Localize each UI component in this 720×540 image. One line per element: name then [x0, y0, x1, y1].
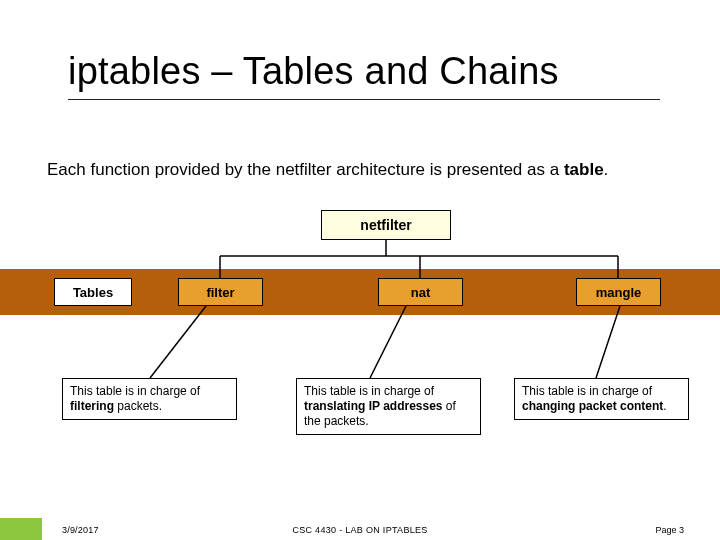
- subtitle-part1: Each function provided by the netfilter …: [47, 160, 564, 179]
- title-rule: [68, 99, 660, 100]
- footer-center: CSC 4430 - LAB ON IPTABLES: [0, 525, 720, 535]
- node-nat: nat: [378, 278, 463, 306]
- desc-mangle: This table is in charge of changing pack…: [514, 378, 689, 420]
- netfilter-box: netfilter: [321, 210, 451, 240]
- desc-filter-before: This table is in charge of: [70, 384, 200, 398]
- footer: 3/9/2017 CSC 4430 - LAB ON IPTABLES Page…: [0, 518, 720, 540]
- desc-mangle-before: This table is in charge of: [522, 384, 652, 398]
- footer-page: Page 3: [655, 525, 684, 535]
- desc-filter-after: packets.: [114, 399, 162, 413]
- page-title: iptables – Tables and Chains: [68, 50, 660, 93]
- node-filter: filter: [178, 278, 263, 306]
- desc-filter: This table is in charge of filtering pac…: [62, 378, 237, 420]
- slide: iptables – Tables and Chains Each functi…: [0, 0, 720, 540]
- svg-line-7: [596, 306, 620, 378]
- svg-line-5: [150, 306, 206, 378]
- desc-mangle-after: .: [663, 399, 666, 413]
- desc-nat-before: This table is in charge of: [304, 384, 434, 398]
- desc-nat-bold: translating IP addresses: [304, 399, 443, 413]
- subtitle: Each function provided by the netfilter …: [47, 160, 680, 180]
- svg-line-6: [370, 306, 406, 378]
- subtitle-part2: .: [604, 160, 609, 179]
- node-mangle: mangle: [576, 278, 661, 306]
- subtitle-bold: table: [564, 160, 604, 179]
- desc-filter-bold: filtering: [70, 399, 114, 413]
- tables-label: Tables: [54, 278, 132, 306]
- desc-nat: This table is in charge of translating I…: [296, 378, 481, 435]
- desc-mangle-bold: changing packet content: [522, 399, 663, 413]
- title-block: iptables – Tables and Chains: [68, 50, 660, 100]
